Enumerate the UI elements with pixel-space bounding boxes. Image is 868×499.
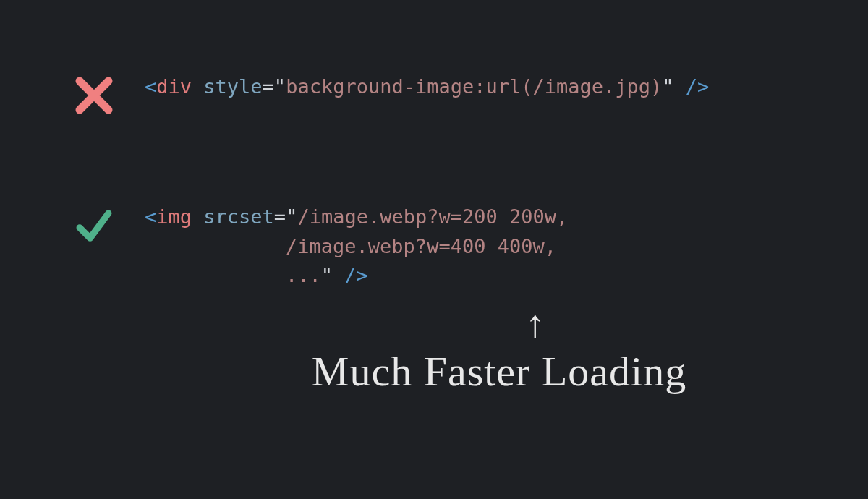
annotation: ↑ Much Faster Loading: [210, 304, 788, 396]
bad-close-bracket: />: [674, 75, 710, 98]
good-attr-name: srcset: [203, 205, 274, 228]
bad-tag-name: div: [156, 75, 192, 98]
good-attr-value-line1: /image.webp?w=200 200w,: [297, 205, 568, 228]
good-tag-name: img: [156, 205, 192, 228]
good-open-bracket: <: [145, 205, 156, 228]
bad-attr-value: background-image:url(/image.jpg): [286, 75, 662, 98]
good-attr-value-line2: /image.webp?w=400 400w,: [145, 235, 556, 257]
arrow-up-icon: ↑: [246, 304, 825, 343]
cross-icon: [43, 72, 145, 119]
good-example-row: <img srcset="/image.webp?w=200 200w, /im…: [43, 202, 568, 291]
good-code-block: <img srcset="/image.webp?w=200 200w, /im…: [145, 202, 568, 291]
caption-text: Much Faster Loading: [210, 347, 788, 396]
good-close-bracket: />: [333, 264, 368, 286]
check-icon: [43, 202, 145, 247]
bad-attr-name: style: [203, 75, 262, 98]
bad-open-bracket: <: [145, 75, 156, 98]
bad-example-row: <div style="background-image:url(/image.…: [43, 72, 709, 119]
bad-code-block: <div style="background-image:url(/image.…: [145, 72, 709, 102]
good-attr-value-line3: ...: [145, 264, 321, 286]
